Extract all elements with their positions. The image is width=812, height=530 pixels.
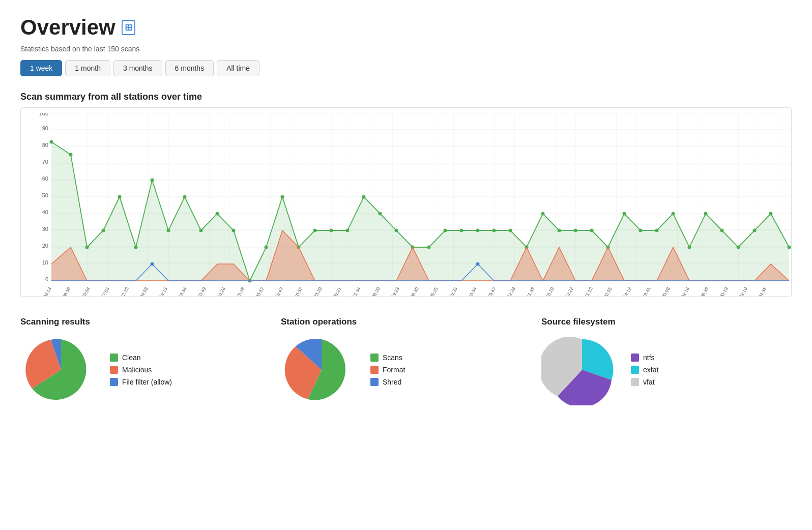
svg-text:60: 60	[42, 175, 48, 182]
svg-text:2022-08-11 11:12: 2022-08-11 11:12	[571, 286, 594, 296]
scanning-results-legend: Clean Malicious File filter (allow)	[110, 354, 172, 386]
svg-text:2022-09-20 02:16: 2022-09-20 02:16	[668, 286, 690, 296]
svg-point-32	[183, 195, 187, 199]
source-filesystem-row: ntfs exfat vfat	[541, 334, 792, 405]
svg-text:2022-09-11 20:08: 2022-09-11 20:08	[649, 286, 671, 296]
malicious-label: Malicious	[122, 366, 152, 374]
svg-point-64	[704, 212, 708, 216]
svg-point-60	[639, 229, 643, 232]
svg-point-33	[199, 229, 203, 232]
svg-point-51	[492, 229, 496, 232]
svg-point-71	[151, 262, 154, 266]
svg-text:2022-07-27 16:20: 2022-07-27 16:20	[533, 286, 555, 296]
svg-point-48	[444, 229, 447, 232]
chart-title: Scan summary from all stations over time	[20, 92, 792, 102]
svg-text:2022-01-26 04:58: 2022-01-26 04:58	[127, 286, 149, 296]
station-ops-section: Station operations Scans Format	[281, 317, 531, 405]
bottom-charts: Scanning results Clean Malicious	[20, 317, 792, 405]
svg-text:2022-02-10 13:34: 2022-02-10 13:34	[165, 286, 188, 296]
svg-point-56	[574, 229, 577, 232]
svg-point-43	[362, 195, 366, 199]
station-ops-legend: Scans Format Shred	[370, 354, 405, 386]
svg-point-61	[655, 229, 659, 232]
clean-label: Clean	[122, 354, 141, 362]
btn-6months[interactable]: 6 months	[165, 60, 214, 76]
svg-text:50: 50	[42, 192, 48, 198]
svg-point-65	[720, 229, 724, 232]
svg-text:2022-08-05 13:22: 2022-08-05 13:22	[552, 286, 574, 296]
svg-point-55	[558, 229, 561, 232]
exfat-dot	[631, 366, 639, 374]
vfat-dot	[631, 378, 639, 386]
svg-text:2022-10-17 22:10: 2022-10-17 22:10	[726, 286, 748, 296]
legend-filefilter: File filter (allow)	[110, 378, 172, 386]
svg-text:2021-12-27 08:50: 2021-12-27 08:50	[49, 286, 72, 296]
svg-text:2022-02-15 10:49: 2022-02-15 10:49	[185, 286, 207, 296]
svg-point-44	[379, 212, 382, 216]
clean-dot	[110, 354, 118, 362]
vfat-label: vfat	[643, 378, 655, 386]
btn-3months[interactable]: 3 months	[113, 60, 162, 76]
legend-format: Format	[370, 366, 405, 374]
svg-point-38	[281, 195, 284, 199]
svg-point-41	[330, 229, 333, 232]
filefilter-dot	[110, 378, 118, 386]
svg-text:2022-03-18 20:57: 2022-03-18 20:57	[243, 286, 265, 296]
legend-scans: Scans	[370, 354, 405, 362]
scanning-results-row: Clean Malicious File filter (allow)	[20, 334, 271, 405]
svg-text:2022-06-26 10:54: 2022-06-26 10:54	[455, 286, 478, 296]
station-ops-chart	[281, 334, 362, 405]
svg-point-49	[460, 229, 463, 232]
page-title: Overview ⊞	[20, 15, 792, 40]
svg-text:2022-10-12 00:19: 2022-10-12 00:19	[707, 286, 729, 296]
legend-ntfs: ntfs	[631, 354, 658, 362]
chart-section: Scan summary from all stations over time…	[20, 92, 792, 297]
svg-text:2022-01-08 10:54: 2022-01-08 10:54	[69, 286, 91, 296]
shred-label: Shred	[383, 378, 401, 386]
svg-text:70: 70	[42, 159, 48, 165]
exfat-label: exfat	[643, 366, 658, 374]
svg-point-62	[672, 212, 675, 216]
svg-text:2022-06-19 15:35: 2022-06-19 15:35	[436, 286, 458, 296]
svg-text:2022-10-26 04:35: 2022-10-26 04:35	[745, 286, 768, 296]
filefilter-label: File filter (allow)	[122, 378, 172, 386]
svg-text:2022-09-30 06:33: 2022-09-30 06:33	[687, 286, 710, 296]
svg-point-59	[623, 212, 626, 216]
shred-dot	[370, 378, 379, 386]
legend-malicious: Malicious	[110, 366, 172, 374]
source-filesystem-section: Source filesystem ntfs exfat v	[541, 317, 792, 405]
btn-1month[interactable]: 1 month	[65, 60, 110, 76]
ntfs-dot	[631, 354, 639, 362]
svg-text:2022-05-22 19:23: 2022-05-22 19:23	[378, 286, 400, 296]
source-filesystem-title: Source filesystem	[541, 317, 792, 327]
svg-text:2022-01-14 17:05: 2022-01-14 17:05	[88, 286, 110, 296]
svg-text:2022-07-15 11:33: 2022-07-15 11:33	[513, 286, 536, 296]
svg-point-67	[753, 229, 757, 232]
svg-text:30: 30	[42, 226, 48, 232]
svg-text:2022-03-01 10:26: 2022-03-01 10:26	[204, 286, 226, 296]
svg-text:90: 90	[42, 125, 48, 131]
svg-text:20: 20	[42, 243, 48, 249]
svg-point-57	[590, 229, 594, 232]
main-chart-svg: 0 10 20 30 40 50 60 70 80 90 100	[26, 113, 797, 296]
main-chart-container: 0 10 20 30 40 50 60 70 80 90 100	[20, 107, 792, 297]
source-filesystem-chart	[541, 334, 623, 405]
svg-text:2022-05-30 06:32: 2022-05-30 06:32	[397, 286, 420, 296]
svg-point-24	[50, 140, 53, 144]
scanning-results-title: Scanning results	[20, 317, 271, 327]
svg-point-28	[118, 195, 122, 199]
svg-text:2022-08-12 02:55: 2022-08-12 02:55	[591, 286, 613, 296]
svg-text:2021-12-16 06:13: 2021-12-16 06:13	[30, 286, 52, 296]
scanning-results-chart	[20, 334, 102, 405]
subtitle: Statistics based on the last 150 scans	[20, 45, 792, 53]
legend-shred: Shred	[370, 378, 405, 386]
svg-text:2022-05-03 11:34: 2022-05-03 11:34	[339, 286, 362, 296]
btn-alltime[interactable]: All time	[217, 60, 259, 76]
svg-point-72	[476, 262, 480, 266]
btn-1week[interactable]: 1 week	[20, 60, 62, 76]
svg-text:2022-04-29 05:21: 2022-04-29 05:21	[320, 286, 342, 296]
svg-point-37	[265, 246, 268, 249]
overview-icon[interactable]: ⊞	[122, 20, 135, 35]
svg-point-50	[476, 229, 480, 232]
svg-point-27	[102, 229, 105, 232]
